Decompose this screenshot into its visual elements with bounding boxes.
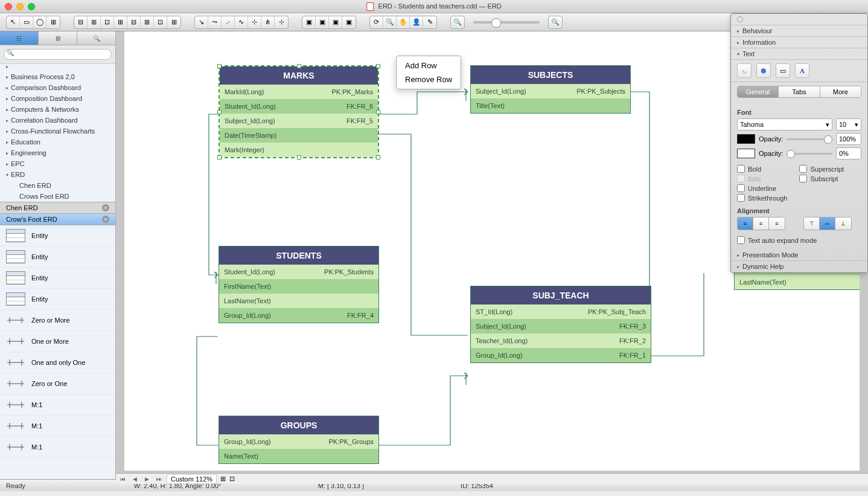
opacity-value-2[interactable]: 0% [836, 147, 861, 159]
tab-tabs[interactable]: Tabs [779, 86, 820, 97]
align-right[interactable]: ≡ [769, 217, 785, 230]
entity-subj-teach[interactable]: SUBJ_TEACH ST_Id(Long)PK:PK_Subj_TeachSu… [470, 286, 651, 363]
section-help[interactable]: Dynamic Help [731, 261, 867, 272]
align-5[interactable]: ⊟ [127, 16, 141, 28]
entity-row[interactable]: Group_Id(Long)PK:PK_Groups [219, 434, 378, 449]
shape-item[interactable]: Zero or One [0, 373, 115, 395]
align-4[interactable]: ⊞ [114, 16, 127, 28]
pointer-tool[interactable]: ↖ [7, 16, 20, 28]
tree-item[interactable]: EPC [0, 158, 115, 169]
shape-item[interactable]: Entity [0, 268, 115, 289]
tree-child[interactable]: Crows Foot ERD [0, 191, 115, 202]
nav-prev[interactable]: ◀ [130, 475, 139, 483]
font-select[interactable]: Tahoma▾ [737, 118, 832, 130]
search-input[interactable] [4, 49, 112, 60]
lay-3[interactable]: ▣ [329, 16, 342, 28]
chk-autoexpand[interactable]: Text auto expand mode [737, 236, 861, 244]
shape-item[interactable]: One or More [0, 331, 115, 352]
rect-tool[interactable]: ▭ [20, 16, 33, 28]
chk-subscript[interactable]: Subscript [799, 175, 844, 182]
align-center[interactable]: ≡ [753, 217, 769, 230]
shape-item[interactable]: Entity [0, 289, 115, 310]
ellipse-tool[interactable]: ◯ [33, 16, 46, 28]
entity-groups[interactable]: GROUPS Group_Id(Long)PK:PK_GroupsName(Te… [219, 416, 379, 464]
grid-icon-2[interactable]: ⊡ [229, 475, 235, 483]
tree-item[interactable]: Business Process 2,0 [0, 71, 115, 82]
nav-last[interactable]: ⏭ [155, 475, 163, 483]
align-6[interactable]: ⊞ [141, 16, 154, 28]
nav-next[interactable]: ▶ [142, 475, 151, 483]
entity-row[interactable]: Date(TimeStamp) [220, 128, 378, 143]
conn-5[interactable]: ⊹ [248, 16, 261, 28]
conn-6[interactable]: ⋔ [261, 16, 275, 28]
entity-row[interactable]: Title(Text) [471, 98, 630, 113]
lay-4[interactable]: ▣ [342, 16, 356, 28]
shape-item[interactable]: M:1 [0, 437, 115, 458]
section-presentation[interactable]: Presentation Mode [731, 250, 867, 261]
opacity-value-1[interactable]: 100% [836, 133, 861, 145]
tree-item[interactable]: Comparison Dashboard [0, 82, 115, 93]
shape-item[interactable]: One and only One [0, 352, 115, 373]
font-a-icon[interactable]: A [795, 63, 809, 78]
chk-strike[interactable]: Strikethrough [737, 194, 787, 202]
underline-color-icon[interactable]: ⎁ [737, 63, 752, 78]
tab-general[interactable]: General [738, 86, 779, 97]
entity-row[interactable]: LastName(Text) [735, 275, 860, 289]
tree-item[interactable]: Composition Dashboard [0, 93, 115, 104]
section-information[interactable]: Information [731, 37, 867, 48]
nav-first[interactable]: ⏮ [118, 475, 127, 483]
refresh-icon[interactable]: ⟳ [370, 16, 383, 28]
align-8[interactable]: ⊞ [167, 16, 180, 28]
shape-item[interactable]: M:1 [0, 395, 115, 416]
tree-item[interactable]: Education [0, 137, 115, 147]
close-icon[interactable] [5, 3, 12, 10]
lay-2[interactable]: ▣ [316, 16, 329, 28]
radio-icon[interactable] [737, 16, 743, 22]
chk-italic[interactable]: Italic [737, 175, 787, 182]
zoom-in[interactable]: 🔍 [548, 16, 563, 29]
zoom-display[interactable]: Custom 112% [167, 474, 217, 484]
bg-color-swatch[interactable] [737, 149, 755, 158]
shape-item[interactable]: Zero or More [0, 310, 115, 331]
conn-3[interactable]: ⟋ [222, 16, 235, 28]
sidebar-tab-grid[interactable]: ⊞ [39, 31, 77, 45]
entity-row[interactable]: Teacher_Id(Long)FK:FR_2 [471, 333, 651, 348]
grid-icon[interactable]: ⊞ [220, 475, 226, 483]
entity-row[interactable]: MarkId(Long)PK:PK_Marks [220, 85, 378, 99]
library-tab[interactable]: Chen ERD× [0, 202, 115, 214]
font-size[interactable]: 10▾ [836, 118, 861, 130]
chk-bold[interactable]: Bold [737, 165, 787, 173]
entity-marks[interactable]: MARKS MarkId(Long)PK:PK_MarksStudent_Id(… [219, 65, 379, 158]
section-behaviour[interactable]: Behaviour [731, 25, 867, 37]
sidebar-tab-search[interactable]: 🔍 [77, 31, 115, 45]
minimize-icon[interactable] [16, 3, 24, 10]
person-icon[interactable]: 👤 [410, 16, 423, 28]
align-3[interactable]: ⊡ [101, 16, 114, 28]
conn-2[interactable]: ⤳ [208, 16, 222, 28]
outline-icon[interactable]: ▭ [776, 63, 790, 78]
conn-1[interactable]: ↘ [195, 16, 208, 28]
align-2[interactable]: ⊞ [88, 16, 101, 28]
library-tab[interactable]: Crow's Foot ERD× [0, 214, 115, 225]
entity-row[interactable]: ST_Id(Long)PK:PK_Subj_Teach [471, 304, 651, 319]
zoom-slider[interactable] [473, 21, 540, 24]
entity-row[interactable]: FirstName(Text) [219, 279, 378, 294]
conn-4[interactable]: ∿ [235, 16, 248, 28]
tree-item[interactable]: Cross-Functional Flowcharts [0, 126, 115, 137]
opacity-slider-2[interactable] [787, 153, 832, 155]
tab-more[interactable]: More [820, 86, 861, 97]
sidebar-tab-tree[interactable]: ☷ [0, 31, 39, 45]
chk-underline[interactable]: Underline [737, 184, 787, 192]
entity-subjects[interactable]: SUBJECTS Subject_Id(Long)PK:PK_SubjectsT… [470, 65, 631, 114]
text-color-swatch[interactable] [737, 134, 755, 144]
context-add-row[interactable]: Add Row [397, 59, 461, 72]
pencil-tool[interactable]: ✎ [423, 16, 436, 28]
zoom-lens-icon[interactable]: 🔍 [383, 16, 397, 28]
entity-row[interactable]: Subject_Id(Long)FK:FR_3 [471, 319, 651, 333]
align-middle[interactable]: ═ [820, 217, 835, 230]
hand-tool[interactable]: ✋ [397, 16, 410, 28]
section-text[interactable]: Text [731, 48, 867, 60]
entity-row[interactable]: Student_Id(Long)FK:FR_6 [220, 99, 378, 114]
close-icon[interactable]: × [102, 216, 109, 223]
tree-item[interactable]: ERD [0, 169, 115, 180]
